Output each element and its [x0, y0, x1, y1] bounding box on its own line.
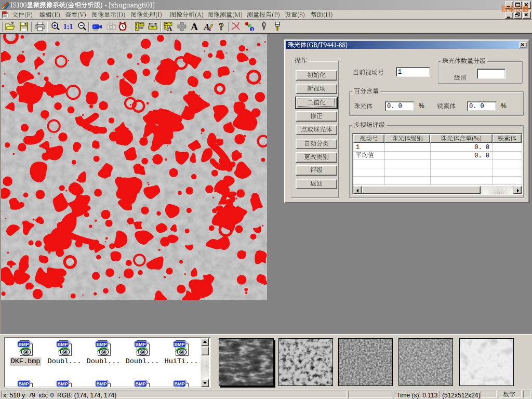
- svg-text:BMP: BMP: [19, 342, 29, 347]
- svg-text:BMP: BMP: [58, 381, 68, 387]
- svg-text:BMP: BMP: [136, 381, 146, 387]
- svg-text:3: 3: [251, 28, 254, 31]
- svg-text:BMP: BMP: [97, 381, 107, 387]
- svg-text:BMP: BMP: [97, 342, 107, 347]
- svg-text:BMP: BMP: [58, 342, 68, 347]
- svg-text:1:1: 1:1: [63, 23, 73, 31]
- svg-text:BMP: BMP: [19, 381, 29, 387]
- svg-text:?: ?: [219, 21, 224, 32]
- svg-text:1: 1: [246, 22, 248, 26]
- svg-text:BMP: BMP: [136, 342, 146, 347]
- svg-text:A: A: [191, 21, 198, 32]
- svg-text:A: A: [204, 22, 210, 31]
- svg-text:BMP: BMP: [175, 342, 185, 347]
- svg-text:BMP: BMP: [175, 381, 185, 387]
- svg-text:A: A: [167, 24, 172, 32]
